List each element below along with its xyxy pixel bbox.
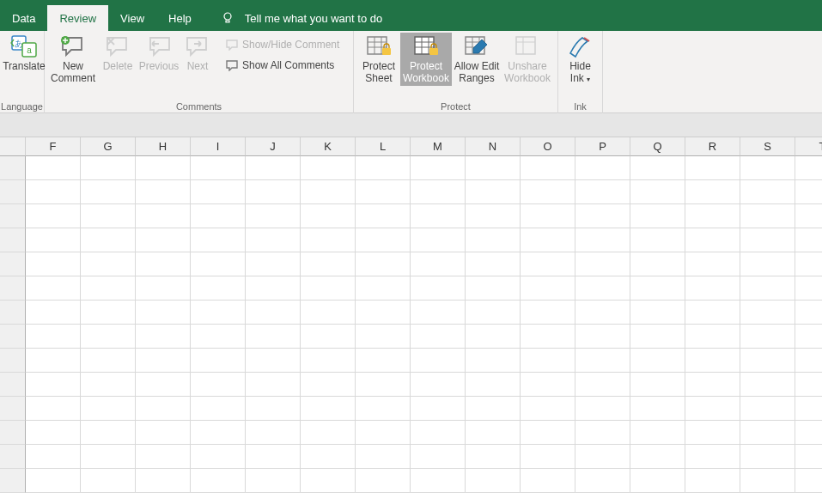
cell[interactable]	[630, 276, 685, 301]
cell[interactable]	[521, 397, 575, 421]
cell[interactable]	[301, 421, 356, 445]
cell[interactable]	[136, 445, 191, 469]
cell[interactable]	[466, 469, 521, 493]
cell[interactable]	[521, 349, 575, 373]
cell[interactable]	[246, 373, 301, 397]
cell[interactable]	[81, 156, 136, 180]
cell[interactable]	[246, 276, 301, 301]
cell[interactable]	[630, 204, 685, 228]
cell[interactable]	[740, 301, 795, 325]
cell[interactable]	[411, 373, 466, 397]
cell[interactable]	[26, 469, 81, 493]
cell[interactable]	[136, 373, 191, 397]
cell[interactable]	[81, 204, 136, 228]
cell[interactable]	[795, 180, 822, 204]
show-all-comments-button[interactable]: Show All Comments	[220, 57, 344, 74]
cell[interactable]	[575, 204, 630, 228]
cell[interactable]	[411, 469, 466, 493]
cell[interactable]	[740, 180, 795, 204]
row-header-edge[interactable]	[0, 180, 26, 204]
cell[interactable]	[26, 204, 81, 228]
cell[interactable]	[521, 301, 575, 325]
col-header[interactable]: F	[26, 137, 81, 156]
cell[interactable]	[575, 156, 630, 180]
cell[interactable]	[575, 276, 630, 301]
cell[interactable]	[191, 349, 246, 373]
cell[interactable]	[26, 325, 81, 349]
cell[interactable]	[301, 156, 356, 180]
cell[interactable]	[26, 301, 81, 325]
cell[interactable]	[301, 469, 356, 493]
cell[interactable]	[301, 301, 356, 325]
cell[interactable]	[356, 373, 411, 397]
cell[interactable]	[246, 204, 301, 228]
col-header[interactable]: P	[575, 137, 630, 156]
cell[interactable]	[301, 204, 356, 228]
cell[interactable]	[356, 180, 411, 204]
cell[interactable]	[191, 180, 246, 204]
hide-ink-button[interactable]: Hide Ink ▾	[562, 33, 599, 88]
cell[interactable]	[740, 445, 795, 469]
cell[interactable]	[26, 445, 81, 469]
cell[interactable]	[136, 180, 191, 204]
cell[interactable]	[356, 204, 411, 228]
cell[interactable]	[466, 397, 521, 421]
cell[interactable]	[191, 204, 246, 228]
cell[interactable]	[191, 421, 246, 445]
cell[interactable]	[136, 252, 191, 276]
cell[interactable]	[191, 301, 246, 325]
cell[interactable]	[740, 228, 795, 252]
row-header-edge[interactable]	[0, 276, 26, 301]
cell[interactable]	[191, 276, 246, 301]
cell[interactable]	[795, 228, 822, 252]
cell[interactable]	[81, 301, 136, 325]
col-header[interactable]: G	[81, 137, 136, 156]
cell[interactable]	[411, 276, 466, 301]
cell[interactable]	[630, 301, 685, 325]
cell[interactable]	[81, 397, 136, 421]
cell[interactable]	[795, 204, 822, 228]
cell[interactable]	[81, 373, 136, 397]
cell[interactable]	[356, 276, 411, 301]
col-header[interactable]: T	[795, 137, 822, 156]
cell[interactable]	[411, 204, 466, 228]
cell[interactable]	[630, 349, 685, 373]
cell[interactable]	[411, 445, 466, 469]
cell[interactable]	[740, 469, 795, 493]
cell[interactable]	[466, 349, 521, 373]
cell[interactable]	[685, 397, 740, 421]
cell[interactable]	[191, 228, 246, 252]
cell[interactable]	[630, 156, 685, 180]
cell[interactable]	[246, 445, 301, 469]
cell[interactable]	[136, 325, 191, 349]
cell[interactable]	[246, 156, 301, 180]
cell[interactable]	[630, 397, 685, 421]
row-header-edge[interactable]	[0, 397, 26, 421]
tell-me[interactable]: Tell me what you want to do	[221, 11, 382, 25]
cell[interactable]	[575, 373, 630, 397]
cell[interactable]	[521, 276, 575, 301]
delete-comment-button[interactable]: Delete	[98, 33, 137, 74]
cell[interactable]	[356, 445, 411, 469]
cell[interactable]	[575, 349, 630, 373]
cell[interactable]	[466, 445, 521, 469]
cell[interactable]	[301, 445, 356, 469]
cell[interactable]	[521, 252, 575, 276]
cell[interactable]	[795, 276, 822, 301]
cell[interactable]	[466, 204, 521, 228]
cell[interactable]	[26, 252, 81, 276]
cell[interactable]	[301, 325, 356, 349]
show-hide-comment-button[interactable]: Show/Hide Comment	[220, 36, 344, 53]
cell[interactable]	[136, 349, 191, 373]
cell[interactable]	[81, 325, 136, 349]
cell[interactable]	[795, 397, 822, 421]
cell[interactable]	[411, 180, 466, 204]
cell[interactable]	[685, 156, 740, 180]
cell[interactable]	[466, 325, 521, 349]
cell[interactable]	[740, 349, 795, 373]
col-header[interactable]: R	[685, 137, 740, 156]
cell[interactable]	[301, 252, 356, 276]
cell[interactable]	[685, 301, 740, 325]
cell[interactable]	[191, 156, 246, 180]
cell[interactable]	[575, 301, 630, 325]
